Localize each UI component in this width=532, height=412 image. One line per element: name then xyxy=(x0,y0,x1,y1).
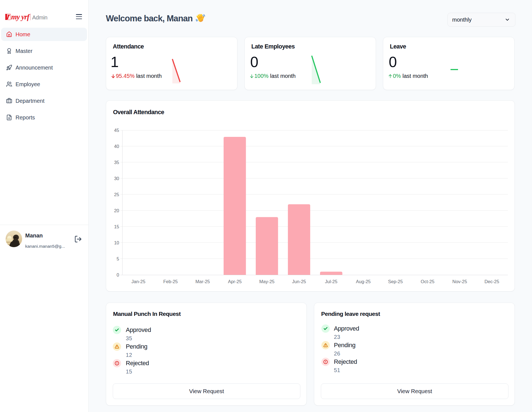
svg-text:Feb-25: Feb-25 xyxy=(163,279,178,284)
svg-text:20: 20 xyxy=(114,208,119,213)
svg-text:May-25: May-25 xyxy=(259,279,275,284)
svg-text:Dec-25: Dec-25 xyxy=(484,279,499,284)
svg-text:Jul-25: Jul-25 xyxy=(325,279,337,284)
svg-text:35: 35 xyxy=(114,160,119,165)
svg-text:15: 15 xyxy=(114,224,119,229)
svg-text:10: 10 xyxy=(114,240,119,245)
svg-text:30: 30 xyxy=(114,176,119,181)
svg-text:Oct-25: Oct-25 xyxy=(421,279,434,284)
svg-text:Jun-25: Jun-25 xyxy=(292,279,306,284)
svg-text:Sep-25: Sep-25 xyxy=(388,279,403,284)
svg-text:Aug-25: Aug-25 xyxy=(356,279,371,284)
svg-text:Jan-25: Jan-25 xyxy=(131,279,145,284)
svg-text:Mar-25: Mar-25 xyxy=(195,279,210,284)
svg-text:Apr-25: Apr-25 xyxy=(228,279,242,284)
svg-text:40: 40 xyxy=(114,144,119,149)
svg-text:0: 0 xyxy=(117,272,119,277)
svg-text:Nov-25: Nov-25 xyxy=(452,279,467,284)
svg-text:25: 25 xyxy=(114,192,119,197)
svg-text:5: 5 xyxy=(117,256,119,261)
svg-text:45: 45 xyxy=(114,128,119,133)
